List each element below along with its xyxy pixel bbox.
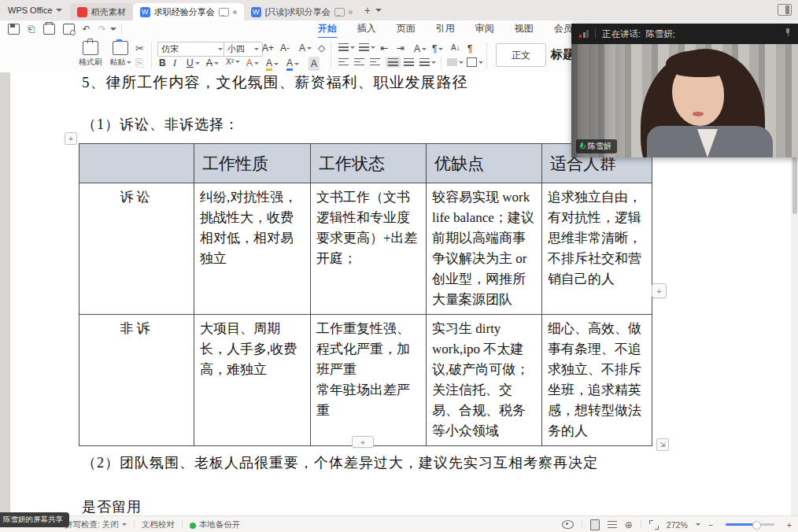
undo-button[interactable]: ↶	[79, 20, 94, 38]
cut-button[interactable]: ✂	[135, 42, 144, 54]
cell-pros-cons[interactable]: 较容易实现 work life balance；建议前期以高端商事争议解决为主 …	[427, 183, 542, 315]
webcam-video: 陈雪妍	[571, 44, 798, 157]
distribute-button[interactable]	[404, 58, 414, 66]
cell-status[interactable]: 文书工作（文书逻辑性和专业度要求更高）+出差开庭；	[311, 183, 427, 315]
ribbon-tab-page[interactable]: 页面	[386, 20, 426, 39]
page-view-icon[interactable]	[590, 519, 600, 530]
increase-indent-button[interactable]: ⇥	[397, 42, 405, 54]
zoom-out-button[interactable]: −	[708, 520, 713, 530]
header-cell-blank[interactable]	[79, 144, 194, 183]
shading-button[interactable]	[447, 58, 464, 66]
cell-pros-cons[interactable]: 实习生 dirty work,ipo 不太建议,破产尚可做；关注信托、交易、合规…	[427, 315, 542, 446]
outline-view-icon[interactable]	[608, 521, 617, 529]
paste-button[interactable]: 粘贴	[107, 41, 134, 68]
tab-job-share-doc[interactable]: W 求职经验分享会	[133, 3, 244, 20]
new-tab-button[interactable]: +	[360, 4, 375, 17]
comparison-table[interactable]: 工作性质 工作状态 优缺点 适合人群 诉讼 纠纷,对抗性强，挑战性大，收费相对低…	[79, 143, 652, 446]
save-button[interactable]	[8, 24, 20, 35]
clear-format-button[interactable]: ◇	[318, 42, 325, 54]
highlight-color-button[interactable]: A	[266, 57, 279, 71]
speaker-lips	[693, 112, 704, 116]
style-body-text[interactable]: 正文	[496, 43, 546, 67]
quick-access-more-dropdown[interactable]	[110, 28, 116, 34]
header-cell-status[interactable]: 工作状态	[311, 144, 427, 183]
row-label-cell[interactable]: 非诉	[79, 315, 194, 446]
font-size-select[interactable]: 小四	[224, 42, 263, 57]
web-view-icon[interactable]: ⊕	[625, 519, 633, 530]
shrink-font-button[interactable]: A-	[280, 42, 290, 54]
redo-button[interactable]: ↷	[94, 20, 110, 38]
spell-check-status[interactable]: 拼写检查: 关闭	[65, 519, 119, 530]
align-center-button[interactable]	[354, 58, 364, 66]
wps-office-window: WPS Office 稻壳素材 W 求职经验分享会 W [只读]求职分享会 + …	[0, 0, 798, 532]
proofread-button[interactable]: 文档校对	[142, 519, 175, 530]
meeting-video-panel[interactable]: 正在讲话: 陈雪妍; 陈雪妍	[571, 24, 798, 157]
number-list-button[interactable]	[359, 43, 375, 51]
show-marks-button[interactable]: ¶	[467, 43, 472, 54]
strikethrough-button[interactable]: A	[206, 57, 219, 68]
bullet-list-icon	[338, 43, 349, 51]
header-cell-pros-cons[interactable]: 优缺点	[427, 144, 542, 183]
cell-nature[interactable]: 大项目、周期长，人手多,收费高，难独立	[194, 315, 311, 446]
zoom-slider[interactable]	[726, 523, 774, 526]
decrease-indent-button[interactable]: ⇤	[380, 42, 388, 54]
divider	[582, 520, 582, 529]
unsaved-dot-icon	[233, 10, 237, 14]
bold-button[interactable]: B	[159, 57, 166, 68]
sort-button[interactable]: A↓	[451, 43, 460, 52]
header-cell-nature[interactable]: 工作性质	[194, 144, 311, 183]
app-menu[interactable]: WPS Office	[0, 6, 70, 15]
ribbon-tab-insert[interactable]: 插入	[347, 20, 386, 39]
align-right-icon	[370, 58, 380, 66]
zoom-level[interactable]: 272%	[667, 520, 688, 530]
border-button[interactable]	[467, 57, 483, 67]
table-resize-handle[interactable]: ⇲	[656, 438, 669, 451]
cell-suitable[interactable]: 追求独立自由，有对抗性，逻辑思维非常清晰，不排斥社交和营销自己的人	[542, 183, 652, 315]
print-preview-button[interactable]	[63, 24, 75, 35]
export-pdf-button[interactable]: ⎗	[24, 20, 39, 38]
eye-protect-icon[interactable]	[562, 520, 574, 529]
ribbon-tab-review[interactable]: 审阅	[465, 20, 504, 39]
local-backup-status[interactable]: 本地备份开	[199, 519, 241, 530]
line-spacing-button[interactable]	[419, 58, 436, 66]
grow-font-button[interactable]: A+	[262, 42, 274, 54]
text-effect-button[interactable]: A	[299, 42, 312, 54]
italic-button[interactable]: I	[173, 57, 176, 69]
copy-button[interactable]: ⎘	[135, 57, 143, 69]
cell-nature[interactable]: 纠纷,对抗性强，挑战性大，收费相对低，相对易独立	[194, 183, 311, 315]
paragraph-layout-button[interactable]: ¶	[432, 43, 443, 54]
format-painter-button[interactable]: 格式刷	[77, 41, 104, 68]
zoom-slider-knob[interactable]	[752, 521, 761, 530]
align-left-button[interactable]	[338, 58, 349, 66]
table-move-handle[interactable]: +	[65, 132, 77, 145]
row-label-cell[interactable]: 诉讼	[79, 183, 194, 315]
align-right-button[interactable]	[370, 58, 380, 66]
font-color-button[interactable]: A	[286, 57, 299, 71]
print-button[interactable]	[43, 24, 55, 35]
font-name-select[interactable]: 仿宋	[157, 42, 227, 57]
bullet-list-button[interactable]	[338, 43, 355, 51]
tab-readonly-doc[interactable]: W [只读]求职分享会	[244, 3, 360, 20]
justify-button[interactable]	[386, 57, 401, 68]
tab-docer-material[interactable]: 稻壳素材	[70, 3, 133, 20]
superscript-button[interactable]: X²	[226, 57, 240, 66]
ribbon-tab-view[interactable]: 视图	[504, 20, 544, 39]
window-layout-icon[interactable]	[778, 4, 792, 16]
text-tool-button[interactable]: A	[414, 43, 427, 54]
chevron-down-icon	[371, 46, 375, 51]
cell-status[interactable]: 工作重复性强、程式化严重，加班严重 常年驻场出差严重	[311, 315, 427, 446]
zoom-in-button[interactable]: +	[787, 520, 792, 530]
document-left-margin	[0, 72, 10, 515]
app-menu-label: WPS Office	[8, 6, 53, 15]
char-shading-button[interactable]: A	[308, 57, 320, 71]
underline-button[interactable]: U	[187, 57, 200, 68]
fit-screen-icon[interactable]	[649, 520, 659, 530]
ribbon-tab-reference[interactable]: 引用	[426, 20, 465, 39]
add-row-button[interactable]: +	[352, 436, 374, 448]
ribbon-tab-home[interactable]: 开始	[308, 20, 347, 39]
text-outline-button[interactable]: A	[246, 57, 259, 68]
add-column-button[interactable]: +	[652, 283, 667, 298]
tab-list-dropdown[interactable]	[375, 9, 382, 15]
pin-icon[interactable]	[784, 28, 792, 36]
cell-suitable[interactable]: 细心、高效、做事有条理、不追求独立、不排斥坐班，追求精英感，想转型做法务的人	[542, 315, 652, 446]
